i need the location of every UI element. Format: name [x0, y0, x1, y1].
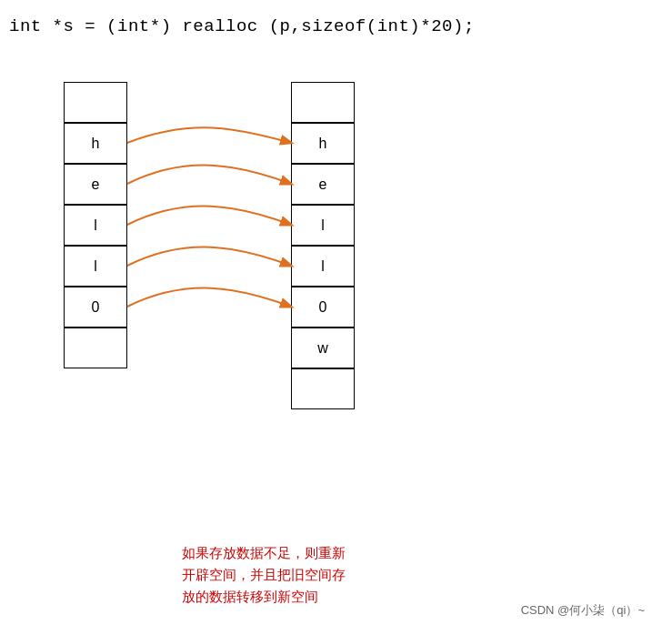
right-cell-l1: l	[291, 205, 355, 246]
arrow-e	[127, 166, 291, 184]
left-cell-0: 0	[64, 287, 127, 328]
left-cell-e: e	[64, 164, 127, 205]
left-cell-l2: l	[64, 246, 127, 287]
left-array: h e l l 0	[64, 82, 127, 368]
right-cell-l2: l	[291, 246, 355, 287]
diagram-container: h e l l 0 h e l l 0 w	[27, 73, 646, 455]
right-cell-0: 0	[291, 287, 355, 328]
right-cell-7	[291, 368, 355, 409]
arrow-h	[127, 127, 291, 143]
watermark: CSDN @何小柒（qi）~	[521, 602, 645, 619]
caption-line2: 开辟空间，并且把旧空间存	[182, 564, 346, 586]
caption-line1: 如果存放数据不足，则重新	[182, 542, 346, 564]
left-cell-h: h	[64, 123, 127, 164]
arrow-l2	[127, 247, 291, 266]
caption-line3: 放的数据转移到新空间	[182, 586, 346, 608]
right-cell-h: h	[291, 123, 355, 164]
left-cell-6	[64, 328, 127, 368]
left-cell-0	[64, 82, 127, 123]
right-array: h e l l 0 w	[291, 82, 355, 409]
left-cell-l1: l	[64, 205, 127, 246]
right-cell-e: e	[291, 164, 355, 205]
right-cell-0	[291, 82, 355, 123]
caption: 如果存放数据不足，则重新 开辟空间，并且把旧空间存 放的数据转移到新空间	[182, 542, 346, 608]
code-line: int *s = (int*) realloc (p,sizeof(int)*2…	[9, 16, 475, 36]
right-cell-w: w	[291, 328, 355, 368]
arrow-0	[127, 288, 291, 307]
arrow-l1	[127, 207, 291, 225]
